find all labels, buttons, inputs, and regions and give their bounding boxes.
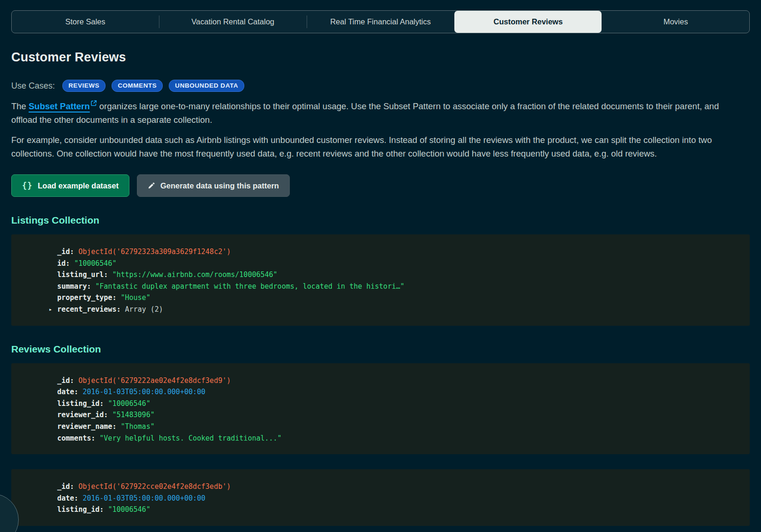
field-key: listing_id: (57, 399, 108, 408)
field-listing-id: listing_id: "10006546" (57, 398, 738, 410)
field-comments: comments: "Very helpful hosts. Cooked tr… (57, 433, 738, 444)
field-value: ObjectId('62792323a309a3629f1248c2') (78, 247, 231, 256)
section-title-listings-collection: Listings Collection (11, 215, 750, 226)
field-value: "House" (121, 293, 150, 302)
field-id: _id: ObjectId('6279222ae02e4f2e8dcf3ed9'… (57, 375, 738, 387)
field-reviewer-id: reviewer_id: "51483096" (57, 409, 738, 421)
tab-movies[interactable]: Movies (602, 11, 749, 33)
document-card: _id: ObjectId('627922cce02e4f2e8dcf3edb'… (11, 469, 750, 526)
pencil-icon (148, 182, 155, 189)
use-cases-badges: REVIEWSCOMMENTSUNBOUNDED DATA (62, 80, 244, 92)
field-key: listing_url: (57, 270, 112, 279)
intro-paragraph: The Subset Pattern organizes large one-t… (11, 99, 726, 127)
document-card: _id: ObjectId('6279222ae02e4f2e8dcf3ed9'… (11, 363, 750, 455)
field-key: reviewer_name: (57, 422, 121, 431)
document-card: _id: ObjectId('62792323a309a3629f1248c2'… (11, 234, 750, 326)
field-value: "10006546" (74, 259, 116, 268)
load-example-dataset-label: Load example dataset (38, 181, 118, 190)
field-value: ObjectId('627922cce02e4f2e8dcf3edb') (78, 482, 231, 491)
field-value: 2016-01-03T05:00:00.000+00:00 (83, 494, 205, 502)
field-value: "Very helpful hosts. Cooked traditional.… (99, 434, 281, 442)
field-recent-reviews: ▸recent_reviews: Array (2) (57, 304, 738, 315)
field-key: date: (57, 494, 83, 502)
field-key: comments: (57, 434, 99, 442)
field-id: id: "10006546" (57, 258, 738, 270)
field-key: listing_id: (57, 505, 108, 514)
field-key: _id: (57, 482, 78, 491)
field-value: Array (2) (125, 305, 163, 314)
braces-icon: {} (22, 181, 32, 190)
subset-pattern-link[interactable]: Subset Pattern (29, 101, 97, 111)
field-listing-url: listing_url: "https://www.airbnb.com/roo… (57, 269, 738, 281)
field-key: _id: (57, 247, 78, 256)
field-listing-id: listing_id: "10006546" (57, 504, 738, 516)
field-key: _id: (57, 376, 78, 385)
field-value: "51483096" (112, 411, 154, 419)
field-key: summary: (57, 282, 95, 291)
page: Store SalesVacation Rental CatalogReal T… (0, 0, 761, 526)
field-value: "Fantastic duplex apartment with three b… (95, 282, 404, 291)
field-key: id: (57, 259, 74, 268)
field-value: "10006546" (108, 399, 150, 408)
field-date: date: 2016-01-03T05:00:00.000+00:00 (57, 386, 738, 398)
field-value: "https://www.airbnb.com/rooms/10006546" (112, 270, 277, 279)
collections: Listings Collection_id: ObjectId('627923… (11, 215, 750, 526)
use-cases-label: Use Cases: (11, 81, 55, 91)
badge-reviews: REVIEWS (62, 80, 105, 92)
field-value: "10006546" (108, 505, 150, 514)
example-paragraph: For example, consider unbounded data suc… (11, 133, 726, 160)
section-title-reviews-collection: Reviews Collection (11, 344, 750, 355)
field-key: property_type: (57, 293, 121, 302)
intro-text-after: organizes large one-to-many relationship… (11, 101, 719, 125)
field-property-type: property_type: "House" (57, 292, 738, 304)
tab-bar: Store SalesVacation Rental CatalogReal T… (11, 10, 750, 33)
field-id: _id: ObjectId('62792323a309a3629f1248c2'… (57, 246, 738, 258)
tab-store-sales[interactable]: Store Sales (12, 11, 159, 33)
field-reviewer-name: reviewer_name: "Thomas" (57, 421, 738, 433)
action-buttons: {} Load example dataset Generate data us… (11, 174, 750, 197)
field-id: _id: ObjectId('627922cce02e4f2e8dcf3edb'… (57, 481, 738, 493)
badge-unbounded-data: UNBOUNDED DATA (169, 80, 244, 92)
tab-customer-reviews[interactable]: Customer Reviews (454, 11, 602, 33)
use-cases-row: Use Cases: REVIEWSCOMMENTSUNBOUNDED DATA (11, 80, 750, 92)
field-value: "Thomas" (121, 422, 154, 431)
generate-data-button[interactable]: Generate data using this pattern (137, 174, 290, 197)
subset-pattern-link-label: Subset Pattern (29, 101, 90, 111)
field-summary: summary: "Fantastic duplex apartment wit… (57, 281, 738, 292)
field-value: 2016-01-03T05:00:00.000+00:00 (83, 388, 205, 396)
field-key: date: (57, 388, 83, 396)
external-link-icon (90, 97, 97, 110)
field-key: reviewer_id: (57, 411, 112, 419)
generate-data-label: Generate data using this pattern (160, 181, 279, 190)
field-date: date: 2016-01-03T05:00:00.000+00:00 (57, 493, 738, 504)
page-title: Customer Reviews (11, 50, 750, 65)
caret-right-icon[interactable]: ▸ (49, 304, 52, 315)
tab-vacation-rental-catalog[interactable]: Vacation Rental Catalog (159, 11, 307, 33)
tab-real-time-financial-analytics[interactable]: Real Time Financial Analytics (307, 11, 454, 33)
intro-text-before: The (11, 101, 29, 111)
load-example-dataset-button[interactable]: {} Load example dataset (11, 174, 129, 197)
field-value: ObjectId('6279222ae02e4f2e8dcf3ed9') (78, 376, 231, 385)
field-key: recent_reviews: (57, 305, 125, 314)
badge-comments: COMMENTS (112, 80, 163, 92)
